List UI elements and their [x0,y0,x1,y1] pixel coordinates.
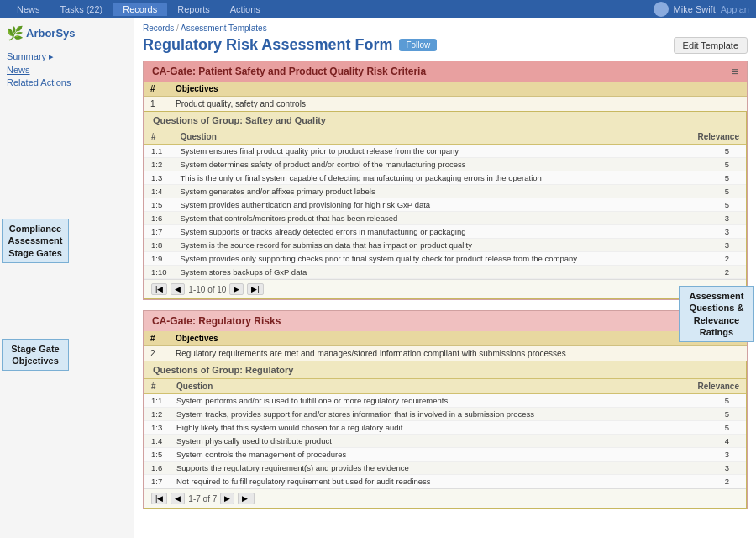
breadcrumb-records[interactable]: Records [143,24,174,33]
follow-button[interactable]: Follow [399,39,437,51]
q2-relevance: 5 [687,394,746,408]
q-relevance: 5 [687,158,746,171]
pagination-text-2: 1-7 of 7 [188,494,217,504]
pagination-next-btn[interactable]: ▶ [229,283,244,295]
q2-num: 1:4 [144,435,170,448]
pagination2-last-btn[interactable]: ▶| [238,493,254,504]
user-avatar [654,2,669,17]
nav-items: News Tasks (22) Records Reports Actions [7,3,654,16]
breadcrumb: Records / Assessment Templates [143,24,748,33]
gate-section-1: CA-Gate: Patient Safety and Product Qual… [143,61,748,300]
top-navigation: News Tasks (22) Records Reports Actions … [0,0,756,18]
logo-area: 🌿 ArborSys [7,25,127,41]
q2-text: Not required to fulfill regulatory requi… [170,475,687,488]
annotation-panel-left: Compliance Assessment Stage Gates Stage … [2,219,69,371]
q-num: 1:6 [144,212,174,225]
q-text: This is the only or final system capable… [174,171,688,185]
obj-col-header: Objectives [169,82,747,97]
obj2-num: 2 [144,346,169,361]
q2-relevance: 5 [687,408,746,421]
nav-item-records[interactable]: Records [113,3,167,16]
sidebar-summary[interactable]: Summary ▸ [7,51,127,62]
gate2-questions-table: # Question Relevance 1:1 System performs… [144,379,746,488]
q-num: 1:5 [144,198,174,212]
gate2-question-row: 1:5 System controls the management of pr… [144,448,746,462]
gate2-questions-group: Questions of Group: Regulatory # Questio… [144,361,747,509]
gate2-objectives-table: # Objectives 2 Regulatory requirements a… [144,331,747,361]
logo-leaf-icon: 🌿 [7,25,24,41]
q2-text: System performs and/or is used to fulfil… [170,394,687,408]
q-num: 1:1 [144,145,174,158]
gate1-questions-table: # Question Relevance 1:1 System ensures … [144,129,746,279]
pagination-first-btn[interactable]: |◀ [151,283,167,295]
pagination-last-btn[interactable]: ▶| [247,283,263,295]
gate2-pagination: |◀ ◀ 1-7 of 7 ▶ ▶| [144,488,746,508]
gate-header-1: CA-Gate: Patient Safety and Product Qual… [144,61,747,82]
q-question-header: Question [174,129,688,145]
q-text: System stores backups of GxP data [174,266,688,279]
gate1-question-row: 1:9 System provides only supporting chec… [144,252,746,266]
gate1-question-row: 1:1 System ensures final product quality… [144,145,746,158]
q2-relevance: 2 [687,475,746,488]
q2-relevance: 3 [687,448,746,462]
gate-header-2-label: CA-Gate: Regulatory Risks [152,315,281,327]
pagination-prev-btn[interactable]: ◀ [171,283,185,295]
q2-text: System physically used to distribute pro… [170,435,687,448]
page-title: Regulatory Risk Assessment Form [143,36,392,54]
breadcrumb-assessment-templates[interactable]: Assessment Templates [181,24,267,33]
gate-header-2: CA-Gate: Regulatory Risks ≡ [144,311,747,331]
q2-relevance: 3 [687,462,746,475]
sidebar-related-actions[interactable]: Related Actions [7,77,127,87]
sidebar-section: Summary ▸ News Related Actions [7,51,127,87]
obj-text: Product quality, safety and controls [169,97,747,112]
gate1-question-row: 1:10 System stores backups of GxP data 2 [144,266,746,279]
gate2-question-row: 1:1 System performs and/or is used to fu… [144,394,746,408]
q2-num: 1:1 [144,394,170,408]
q2-relevance: 4 [687,435,746,448]
q-num: 1:3 [144,171,174,185]
gate-section-2: CA-Gate: Regulatory Risks ≡ # Objectives… [143,310,748,509]
edit-template-button[interactable]: Edit Template [674,37,748,54]
pagination2-first-btn[interactable]: |◀ [151,493,167,504]
q-relevance: 5 [687,171,746,185]
obj2-text: Regulatory requirements are met and mana… [169,346,747,361]
q-text: System provides authentication and provi… [174,198,688,212]
gate2-questions-group-header: Questions of Group: Regulatory [144,361,746,379]
gate1-questions-group-header: Questions of Group: Saftey and Quality [144,112,746,129]
sidebar-news[interactable]: News [7,65,127,75]
gate1-objectives-table: # Objectives 1 Product quality, safety a… [144,82,747,111]
main-layout: 🌿 ArborSys Summary ▸ News Related Action… [0,18,756,538]
q2-num: 1:2 [144,408,170,421]
obj2-col-header: Objectives [169,331,747,346]
nav-item-news[interactable]: News [7,3,50,16]
annotation-compliance: Compliance Assessment Stage Gates [2,219,69,263]
nav-item-tasks[interactable]: Tasks (22) [50,3,113,16]
q-relevance: 2 [687,266,746,279]
q-text: System supports or tracks already detect… [174,225,688,239]
pagination2-prev-btn[interactable]: ◀ [171,493,185,504]
q2-question-header: Question [170,379,687,394]
gate2-question-row: 1:3 Highly likely that this system would… [144,421,746,435]
annotation-stage-gate: Stage Gate Objectives [2,339,69,372]
q2-relevance: 5 [687,421,746,435]
logo-text: ArborSys [26,27,76,40]
obj-num: 1 [144,97,169,112]
nav-item-actions[interactable]: Actions [220,3,270,16]
page-header: Regulatory Risk Assessment Form Follow E… [143,36,748,54]
q-relevance: 2 [687,252,746,266]
pagination2-next-btn[interactable]: ▶ [220,493,234,504]
q-relevance: 3 [687,212,746,225]
q-num: 1:2 [144,158,174,171]
obj-num-header: # [144,82,169,97]
q-text: System provides only supporting checks p… [174,252,688,266]
gate-menu-icon-1[interactable]: ≡ [732,65,738,78]
q-num: 1:10 [144,266,174,279]
gate1-question-row: 1:4 System generates and/or affixes prim… [144,185,746,198]
q2-num-header: # [144,379,170,394]
q2-num: 1:6 [144,462,170,475]
objective-row-2: 2 Regulatory requirements are met and ma… [144,346,747,361]
gate2-question-row: 1:6 Supports the regulatory requirement(… [144,462,746,475]
q-relevance: 3 [687,239,746,252]
obj2-num-header: # [144,331,169,346]
nav-item-reports[interactable]: Reports [167,3,220,16]
